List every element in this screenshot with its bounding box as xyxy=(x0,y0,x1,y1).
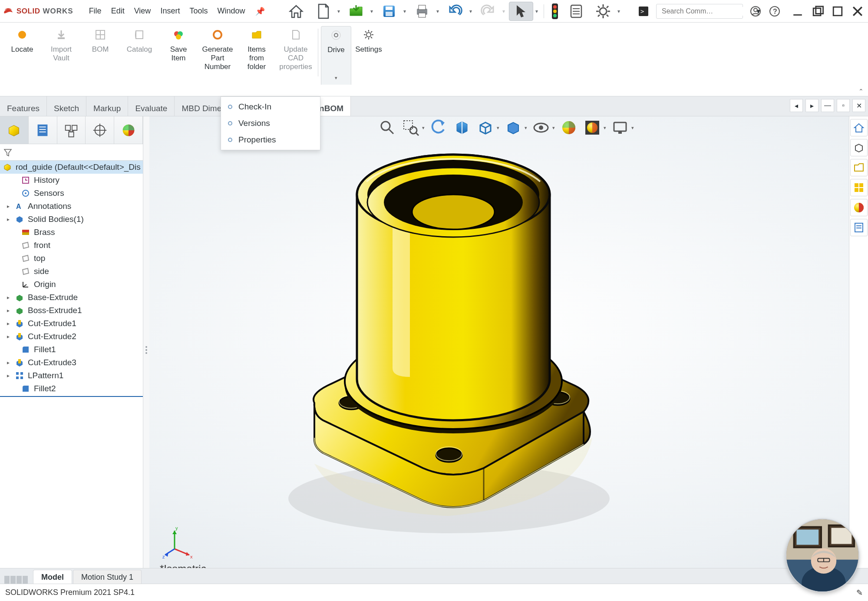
view-orient-icon[interactable] xyxy=(476,118,495,137)
minimize-button[interactable] xyxy=(792,5,804,17)
pin-menu-icon[interactable]: 📌 xyxy=(254,7,267,16)
undo-button[interactable] xyxy=(443,2,467,21)
section-view-icon[interactable] xyxy=(452,118,472,137)
feature-tree[interactable]: rod_guide (Default<<Default>_Dis ▸Histor… xyxy=(0,161,143,574)
tree-boss-extrude1[interactable]: ▸Boss-Extrude1 xyxy=(0,304,143,317)
open-button[interactable] xyxy=(344,2,368,21)
expand-icon[interactable]: ▸ xyxy=(5,216,11,222)
menu-view[interactable]: View xyxy=(130,5,155,17)
expand-icon[interactable]: ▸ xyxy=(5,307,11,314)
tree-origin[interactable]: ▸Origin xyxy=(0,278,143,291)
home-button[interactable] xyxy=(284,2,308,21)
hide-show-icon[interactable] xyxy=(531,118,551,137)
tab-features[interactable]: Features xyxy=(0,96,47,116)
model-tab-nav[interactable] xyxy=(4,576,28,584)
dropdown-icon[interactable]: ▾ xyxy=(616,8,621,14)
tab-model[interactable]: Model xyxy=(33,570,72,584)
help-icon[interactable]: ? xyxy=(768,5,781,18)
maximize-button[interactable] xyxy=(832,5,844,17)
fm-tab-dimxpert[interactable] xyxy=(86,116,114,144)
tree-fillet1[interactable]: ▸Fillet1 xyxy=(0,343,143,356)
tree-cut-extrude2[interactable]: ▸Cut-Extrude2 xyxy=(0,330,143,343)
save-button[interactable] xyxy=(377,2,401,21)
graphics-area[interactable]: x y z *Isometric xyxy=(149,116,849,584)
traffic-light-icon[interactable] xyxy=(548,2,561,21)
menu-window[interactable]: Window xyxy=(213,5,249,17)
gen-part-num-btn[interactable]: Generate Part Number xyxy=(198,26,237,74)
tree-fillet2[interactable]: ▸Fillet2 xyxy=(0,382,143,395)
close-button[interactable] xyxy=(851,5,864,17)
redo-button[interactable] xyxy=(476,2,500,21)
options-icon[interactable] xyxy=(564,2,588,21)
tree-sensors[interactable]: ▸Sensors xyxy=(0,187,143,200)
menu-insert[interactable]: Insert xyxy=(156,5,184,17)
drive-versions[interactable]: Versions xyxy=(221,115,320,132)
select-button[interactable] xyxy=(509,2,533,21)
tree-root[interactable]: rod_guide (Default<<Default>_Dis xyxy=(0,161,143,174)
task-home-icon[interactable] xyxy=(850,119,868,136)
menu-edit[interactable]: Edit xyxy=(107,5,129,17)
dropdown-icon[interactable]: ▾ xyxy=(468,8,473,14)
print-button[interactable] xyxy=(410,2,434,21)
fm-tab-display[interactable] xyxy=(114,116,143,144)
tree-cut-extrude1[interactable]: ▸Cut-Extrude1 xyxy=(0,317,143,330)
menu-tools[interactable]: Tools xyxy=(185,5,212,17)
expand-icon[interactable]: ▸ xyxy=(5,320,11,327)
menu-file[interactable]: File xyxy=(85,5,106,17)
orientation-triad[interactable]: x y z xyxy=(162,525,197,559)
tree-front[interactable]: ▸front xyxy=(0,239,143,252)
prev-view-icon[interactable] xyxy=(429,118,448,137)
search-commands[interactable]: ▾ xyxy=(656,4,743,19)
task-custom-props-icon[interactable] xyxy=(850,219,868,236)
display-style-icon[interactable] xyxy=(504,118,523,137)
scene-icon[interactable] xyxy=(583,118,602,137)
mdi-next-button[interactable]: ▸ xyxy=(805,99,818,112)
tree-brass[interactable]: ▸Brass xyxy=(0,226,143,239)
tab-evaluate[interactable]: Evaluate xyxy=(128,96,175,116)
ribbon-collapse-icon[interactable]: ⌃ xyxy=(858,88,864,95)
dropdown-icon[interactable]: ▾ xyxy=(435,8,440,14)
drive-properties[interactable]: Properties xyxy=(221,132,320,148)
dropdown-icon[interactable]: ▾ xyxy=(534,8,539,14)
tab-markup[interactable]: Markup xyxy=(86,96,128,116)
items-folder-btn[interactable]: Items from folder xyxy=(237,26,276,74)
mdi-minimize-button[interactable]: — xyxy=(821,99,834,112)
expand-icon[interactable]: ▸ xyxy=(5,360,11,366)
fm-tab-tree[interactable] xyxy=(0,116,29,144)
tree-annotations[interactable]: ▸AAnnotations xyxy=(0,200,143,213)
fm-filter-bar[interactable] xyxy=(0,144,143,161)
dropdown-icon[interactable]: ▾ xyxy=(402,8,407,14)
tab-sketch[interactable]: Sketch xyxy=(47,96,86,116)
drive-checkin[interactable]: Check-In xyxy=(221,99,320,115)
expand-icon[interactable]: ▸ xyxy=(5,203,11,209)
dropdown-icon[interactable]: ▾ xyxy=(501,8,506,14)
task-view-palette-icon[interactable] xyxy=(850,179,868,196)
user-icon[interactable] xyxy=(749,5,762,18)
task-appearance-icon[interactable] xyxy=(850,199,868,216)
save-item-btn[interactable]: Save Item xyxy=(159,26,198,74)
terminal-icon[interactable]: > xyxy=(637,5,650,18)
tree-solid-bodies[interactable]: ▸Solid Bodies(1) xyxy=(0,213,143,226)
mdi-close-button[interactable]: ✕ xyxy=(852,99,865,112)
restore-button[interactable] xyxy=(812,5,824,17)
tree-top[interactable]: ▸top xyxy=(0,252,143,265)
tree-side[interactable]: ▸side xyxy=(0,265,143,278)
fm-tab-config[interactable] xyxy=(57,116,86,144)
dropdown-icon[interactable]: ▾ xyxy=(336,8,341,14)
splitter-handle[interactable] xyxy=(143,116,149,584)
expand-icon[interactable]: ▸ xyxy=(5,334,11,340)
settings-button[interactable]: Settings xyxy=(351,26,386,56)
tree-base-extrude[interactable]: ▸Base-Extrude xyxy=(0,291,143,304)
view-settings-icon[interactable] xyxy=(611,118,630,137)
mdi-restore-button[interactable]: ▫ xyxy=(837,99,850,112)
status-edit-icon[interactable]: ✎ xyxy=(856,588,863,598)
tree-cut-extrude3[interactable]: ▸Cut-Extrude3 xyxy=(0,356,143,369)
search-input[interactable] xyxy=(661,7,749,16)
gear-icon[interactable] xyxy=(591,2,615,21)
zoom-area-icon[interactable] xyxy=(401,118,420,137)
mdi-prev-button[interactable]: ◂ xyxy=(790,99,803,112)
fm-tab-property[interactable] xyxy=(29,116,57,144)
new-button[interactable] xyxy=(311,2,335,21)
task-file-explorer-icon[interactable] xyxy=(850,159,868,176)
dropdown-icon[interactable]: ▾ xyxy=(369,8,374,14)
